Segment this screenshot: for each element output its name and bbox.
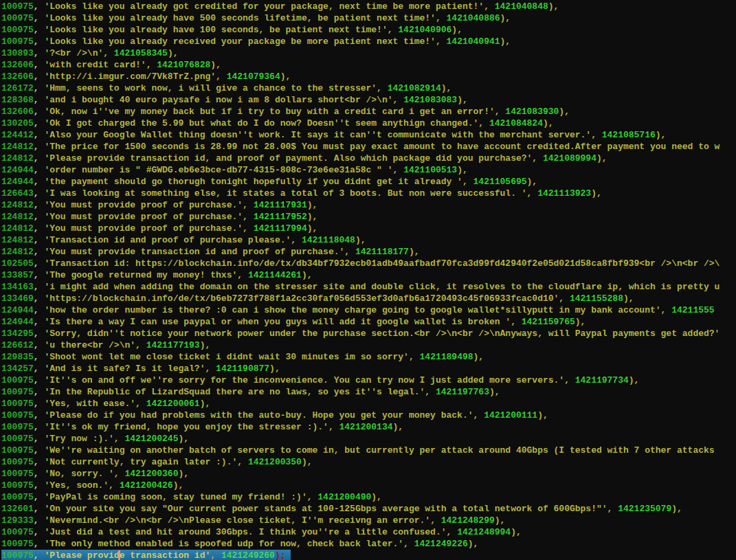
field-comma: , bbox=[377, 83, 388, 93]
log-line: 100975, 'We''re waiting on another batch… bbox=[1, 445, 736, 456]
log-line: 126643, 'I was looking at something else… bbox=[1, 188, 736, 199]
log-line: 132606, 'http://i.imgur.com/7Vk8TrZ.png'… bbox=[1, 71, 736, 82]
record-id: 100975 bbox=[1, 36, 34, 47]
message-text: 'with credit card!' bbox=[44, 60, 146, 70]
field-comma: , bbox=[34, 422, 45, 432]
timestamp: 1421200111 bbox=[484, 410, 537, 421]
record-id: 100975 bbox=[1, 410, 34, 421]
field-comma: , bbox=[393, 95, 404, 105]
field-comma: , bbox=[34, 270, 45, 280]
field-comma: , bbox=[532, 153, 543, 164]
field-comma: , bbox=[527, 188, 538, 199]
timestamp: 1421177193 bbox=[146, 340, 200, 350]
message-text: 'It''s on and off we''re sorry for the i… bbox=[44, 375, 564, 385]
field-comma: , bbox=[607, 504, 618, 514]
log-line: 100975, 'The only method enabled is spoo… bbox=[1, 538, 736, 550]
timestamp: 1421197734 bbox=[575, 375, 629, 385]
timestamp: 1421200426 bbox=[120, 480, 173, 491]
field-comma: , bbox=[205, 363, 216, 374]
message-text: 'In the Republic of LizardSquad there ar… bbox=[44, 387, 425, 397]
record-id: 132606 bbox=[1, 71, 34, 82]
row-terminator: ), bbox=[591, 188, 602, 199]
timestamp: 14211555 bbox=[671, 305, 714, 315]
record-id: 100975 bbox=[1, 25, 34, 35]
field-comma: , bbox=[243, 212, 254, 222]
log-lines: 100975, 'Looks like you already got cred… bbox=[1, 1, 736, 560]
log-line: 124944, 'how the order number is there? … bbox=[1, 304, 736, 316]
record-id: 100975 bbox=[1, 445, 34, 456]
message-text: 'No, sorry. ' bbox=[44, 469, 113, 479]
message-text: 'Nevermind.<br />\n<br />\nPlease close … bbox=[44, 515, 430, 526]
message-text: 'You must provide transaction id and pro… bbox=[44, 247, 344, 257]
row-terminator: ), bbox=[451, 25, 462, 35]
field-comma: , bbox=[135, 340, 146, 350]
timestamp: 1421200061 bbox=[146, 399, 200, 409]
message-text: 'i might add when adding the domain on t… bbox=[44, 282, 720, 292]
record-id: 133857 bbox=[1, 270, 34, 280]
record-id: 124812 bbox=[1, 200, 34, 210]
log-line: 124812, 'The price for 1500 seconds is 2… bbox=[1, 141, 736, 153]
field-comma: , bbox=[34, 235, 45, 245]
record-id: 134257 bbox=[1, 363, 34, 374]
record-id: 100975 bbox=[1, 375, 34, 385]
timestamp: 1421089994 bbox=[543, 153, 596, 164]
field-comma: , bbox=[34, 60, 45, 70]
row-terminator: ), bbox=[269, 363, 280, 374]
field-comma: , bbox=[344, 247, 355, 257]
log-line: 124812, 'Transaction id and proof of pur… bbox=[1, 234, 736, 246]
message-text: 'Is there a way I can use paypal or when… bbox=[44, 317, 511, 327]
timestamp: 1421105695 bbox=[473, 177, 527, 187]
record-id: 124812 bbox=[1, 247, 34, 257]
record-id: 100975 bbox=[1, 1, 34, 12]
field-comma: , bbox=[34, 247, 45, 257]
field-comma: , bbox=[34, 363, 45, 374]
message-text: 'Sorry, didn''t notice your network powe… bbox=[44, 328, 720, 339]
record-id: 124944 bbox=[1, 305, 34, 315]
row-terminator: ), bbox=[307, 212, 318, 222]
message-text: 'We''re waiting on another batch of serv… bbox=[44, 445, 714, 456]
log-line: 124944, 'order number is " #GWDG.eb6e3bc… bbox=[1, 164, 736, 176]
field-comma: , bbox=[34, 95, 45, 105]
field-comma: , bbox=[243, 223, 254, 234]
field-comma: , bbox=[243, 200, 254, 210]
field-comma: , bbox=[109, 480, 120, 491]
record-id: 100975 bbox=[1, 480, 34, 491]
row-terminator: ), bbox=[200, 340, 211, 350]
row-terminator: ), bbox=[548, 1, 559, 12]
log-line: 132606, 'Ok, now i''ve my money back but… bbox=[1, 106, 736, 117]
field-comma: , bbox=[34, 107, 45, 117]
log-line: 100975, 'PayPal is coming soon, stay tun… bbox=[1, 491, 736, 503]
log-line: 100975, 'In the Republic of LizardSquad … bbox=[1, 386, 736, 398]
row-terminator: ), bbox=[473, 352, 484, 362]
record-id: 100975 bbox=[1, 387, 34, 397]
timestamp: 1421085716 bbox=[602, 130, 656, 140]
timestamp: 1421083083 bbox=[403, 95, 457, 105]
field-comma: , bbox=[34, 445, 45, 456]
record-id: 100975 bbox=[1, 492, 34, 502]
field-comma: , bbox=[34, 539, 45, 549]
row-terminator: ), bbox=[623, 293, 634, 304]
message-text: 'On your site you say "Our current power… bbox=[44, 504, 607, 514]
timestamp: 1421117994 bbox=[254, 223, 307, 234]
timestamp: 1421248994 bbox=[457, 527, 511, 537]
terminal-output[interactable]: 100975, 'Looks like you already got cred… bbox=[0, 0, 736, 560]
message-text: 'http://i.imgur.com/7Vk8TrZ.png' bbox=[44, 71, 216, 82]
log-line: 100975, 'Try now :).', 1421200245), bbox=[1, 433, 736, 445]
field-comma: , bbox=[34, 48, 45, 58]
record-id: 132601 bbox=[1, 504, 34, 514]
field-comma: , bbox=[216, 71, 227, 82]
field-comma: , bbox=[34, 480, 45, 491]
log-line: 128368, 'and i bought 40 euro paysafe i … bbox=[1, 94, 736, 106]
message-text: 'Ok I got charged the 5.99 but what do I… bbox=[44, 118, 478, 128]
timestamp: 1421155288 bbox=[570, 293, 623, 304]
field-comma: , bbox=[436, 36, 447, 47]
field-comma: , bbox=[34, 177, 45, 187]
log-line: 133469, 'https://blockchain.info/de/tx/b… bbox=[1, 293, 736, 304]
timestamp: 1421200360 bbox=[124, 469, 178, 479]
record-id: 100975 bbox=[1, 13, 34, 23]
timestamp: 1421058345 bbox=[114, 48, 168, 58]
field-comma: , bbox=[34, 118, 45, 128]
message-text: 'Ok, now i''ve my money back but if i tr… bbox=[44, 107, 494, 117]
field-comma: , bbox=[291, 235, 302, 245]
log-line: 124412, 'Also your Google Wallet thing d… bbox=[1, 129, 736, 141]
